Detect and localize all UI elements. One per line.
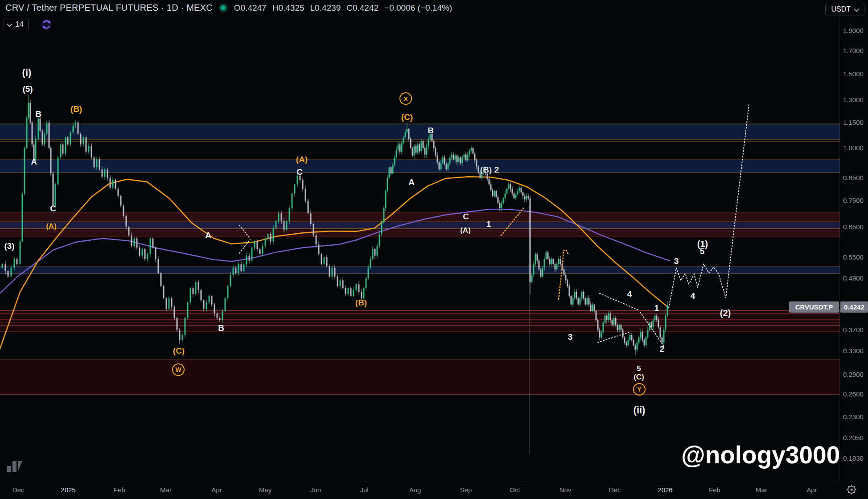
candle-body [469,151,470,154]
candle-body [588,298,590,305]
candle-body [163,286,165,298]
candle-body [473,148,474,153]
candle-body [654,316,656,320]
candle-body [292,194,293,208]
candle-body [410,139,411,148]
candle-body [439,162,440,169]
candle-body [633,340,634,345]
candle-body [560,259,561,264]
candle-body [653,320,654,327]
candle-body [644,340,645,345]
candle-body [350,288,352,296]
candle-body [104,169,106,177]
candle-body [555,264,556,269]
candle-body [112,180,114,187]
candle-body [206,302,207,309]
price-tick: 0.2050 [843,434,864,441]
zone-resistance-0.87-0.94 [0,159,840,173]
candle-body [42,131,43,144]
candle-body [444,157,445,164]
candle-body [55,184,56,206]
dotted-trendline[interactable] [600,293,638,310]
candle-body [28,103,29,118]
candle-body [99,159,100,169]
time-tick: 2026 [658,486,672,494]
candle-body [16,259,18,264]
candle-body [166,298,167,309]
dotted-trendline[interactable] [598,332,630,342]
candle-body [169,298,170,309]
candle-body [492,190,494,196]
gear-icon[interactable] [846,484,857,495]
candle-body [405,132,406,137]
time-tick: Dec [12,486,25,494]
zone-support-0.50-0.52 [0,266,840,274]
price-tick: 1.9000 [843,27,864,34]
refresh-icon[interactable] [40,18,53,31]
price-tick: 0.2900 [843,371,864,378]
candle-body [474,153,476,160]
candle-body [38,119,39,139]
candle-body [635,345,636,350]
candle-body [580,298,581,305]
candle-body [35,139,37,161]
candle-body [391,167,392,173]
candle-body [297,176,298,185]
candle-body [658,320,659,327]
time-axis[interactable]: Dec2025FebMarAprMayJunJulAugSepOctNovDec… [0,482,868,499]
candle-body [599,330,601,338]
candle-body [225,298,226,311]
candle-body [455,156,456,160]
price-tick: 0.5500 [843,253,864,261]
market-status-icon[interactable] [219,4,228,12]
candle-body [432,134,433,140]
candle-body [368,268,369,278]
candle-body [419,144,420,151]
candle-body [553,259,554,264]
candle-body [646,338,647,346]
candle-body [139,247,140,256]
candle-body [24,148,25,194]
candle-body [460,157,461,163]
price-tick: 1.5000 [843,70,864,78]
candle-body [241,264,242,271]
candle-body [647,330,649,338]
candle-body [267,234,269,239]
candle-body [361,292,362,298]
candle-body [358,284,360,292]
candle-body [88,146,90,152]
candle-body [539,261,540,269]
candle-body [50,148,52,173]
symbol-title[interactable]: CRV / Tether PERPETUAL FUTURES · 1D · ME… [5,3,213,13]
price-axis[interactable]: 1.90001.70001.50001.30001.15001.00000.85… [839,0,868,482]
candle-body [2,264,3,268]
dotted-trendline[interactable] [239,239,250,253]
candle-body [415,146,417,153]
candle-body [567,280,568,286]
candle-body [276,221,277,228]
tradingview-logo-icon[interactable] [7,461,23,473]
candle-body [531,275,533,282]
candle-body [126,216,127,227]
candle-body [94,157,95,167]
chart-canvas[interactable] [0,0,868,482]
candle-body [547,252,549,259]
candle-body [665,316,666,330]
candle-body [249,256,250,260]
candle-body [437,156,438,162]
candle-body [334,268,336,276]
candle-body [489,179,490,184]
candle-body [8,271,9,276]
bars-count-button[interactable]: 14 [4,18,29,31]
candle-body [446,164,447,169]
candle-body [601,332,602,337]
candle-body [370,259,371,268]
candle-body [603,322,604,332]
candle-body [318,244,320,254]
currency-selector-button[interactable]: USDT [825,3,864,16]
candle-body [512,189,513,193]
candle-body [284,221,285,230]
candle-body [203,300,205,309]
candle-body [26,118,28,148]
candle-body [246,256,247,264]
